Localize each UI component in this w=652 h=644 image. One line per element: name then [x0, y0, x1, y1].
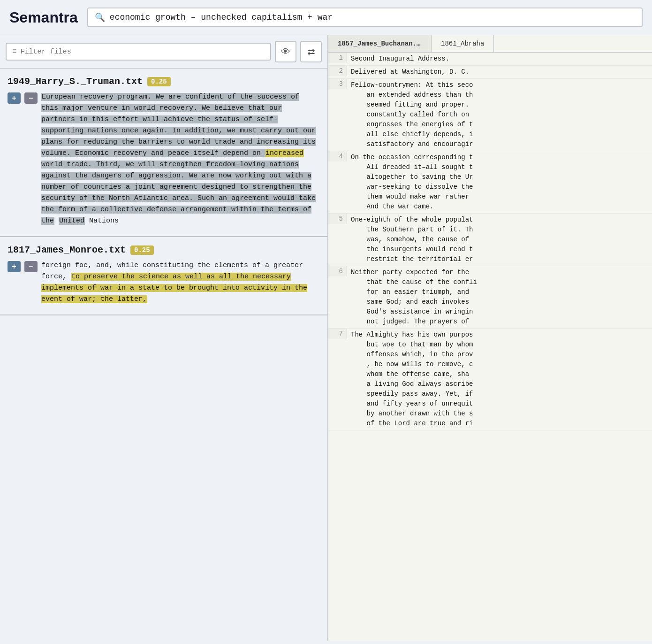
search-icon: 🔍: [95, 12, 105, 23]
result-header-truman: 1949_Harry_S._Truman.txt 0.25: [8, 76, 320, 87]
line-number: 3: [328, 79, 347, 89]
tab-lincoln[interactable]: 1861_Abraha: [432, 35, 494, 52]
line-number: 6: [328, 266, 347, 276]
result-controls-monroe: + – foreign foe, and, while constituting…: [8, 260, 320, 305]
result-text-truman: European recovery program. We are confid…: [41, 92, 320, 227]
score-badge-monroe: 0.25: [130, 245, 154, 255]
line-view: 1 Second Inaugural Address. 2 Delivered …: [328, 53, 652, 430]
header: Semantra 🔍: [0, 0, 652, 35]
line-content: Delivered at Washington, D. C.: [347, 66, 652, 78]
filter-icon: ≡: [12, 47, 17, 56]
result-item-truman: 1949_Harry_S._Truman.txt 0.25 + – Europe…: [0, 69, 327, 237]
line-row: 4 On the occasion corresponding t All dr…: [328, 151, 652, 214]
left-panel: ≡ 👁 ⇄ 1949_Harry_S._Truman.txt 0.25 + – …: [0, 35, 328, 641]
filter-input-wrap: ≡: [6, 43, 271, 61]
line-number: 2: [328, 66, 347, 76]
line-row: 5 One-eighth of the whole populat the So…: [328, 214, 652, 266]
right-tabs: 1857_James_Buchanan.txt 1861_Abraha: [328, 35, 652, 53]
line-row: 3 Fellow-countrymen: At this seco an ext…: [328, 79, 652, 151]
eye-button[interactable]: 👁: [275, 41, 296, 62]
line-number: 4: [328, 151, 347, 161]
collapse-button-truman[interactable]: –: [24, 92, 38, 104]
line-content: Second Inaugural Address.: [347, 53, 652, 65]
result-text-monroe: foreign foe, and, while constituting the…: [41, 260, 320, 305]
result-filename-monroe: 1817_James_Monroe.txt: [8, 245, 126, 255]
line-content: Neither party expected for the that the …: [347, 266, 652, 328]
search-input[interactable]: [110, 13, 635, 22]
line-row: 1 Second Inaugural Address.: [328, 53, 652, 66]
sort-icon: ⇄: [307, 46, 315, 57]
result-controls-truman: + – European recovery program. We are co…: [8, 92, 320, 227]
main-layout: ≡ 👁 ⇄ 1949_Harry_S._Truman.txt 0.25 + – …: [0, 35, 652, 641]
line-number: 5: [328, 214, 347, 224]
line-content: One-eighth of the whole populat the Sout…: [347, 214, 652, 266]
line-number: 7: [328, 329, 347, 339]
search-bar: 🔍: [87, 8, 643, 27]
result-filename-truman: 1949_Harry_S._Truman.txt: [8, 76, 143, 87]
filter-bar: ≡ 👁 ⇄: [0, 35, 327, 69]
line-content: On the occasion corresponding t All drea…: [347, 151, 652, 213]
line-row: 6 Neither party expected for the that th…: [328, 266, 652, 329]
line-content: Fellow-countrymen: At this seco an exten…: [347, 79, 652, 151]
collapse-button-monroe[interactable]: –: [24, 261, 38, 272]
app-logo: Semantra: [9, 9, 78, 26]
expand-button-truman[interactable]: +: [8, 92, 21, 104]
sort-button[interactable]: ⇄: [300, 41, 322, 62]
result-header-monroe: 1817_James_Monroe.txt 0.25: [8, 245, 320, 255]
line-row: 2 Delivered at Washington, D. C.: [328, 66, 652, 79]
line-content: The Almighty has his own purpos but woe …: [347, 329, 652, 430]
result-item-monroe: 1817_James_Monroe.txt 0.25 + – foreign f…: [0, 237, 327, 315]
eye-icon: 👁: [281, 46, 290, 57]
line-row: 7 The Almighty has his own purpos but wo…: [328, 329, 652, 430]
score-badge-truman: 0.25: [147, 77, 171, 86]
filter-input[interactable]: [21, 48, 265, 56]
expand-button-monroe[interactable]: +: [8, 261, 21, 272]
right-panel: 1857_James_Buchanan.txt 1861_Abraha 1 Se…: [328, 35, 652, 641]
tab-buchanan[interactable]: 1857_James_Buchanan.txt: [328, 35, 432, 52]
line-number: 1: [328, 53, 347, 63]
